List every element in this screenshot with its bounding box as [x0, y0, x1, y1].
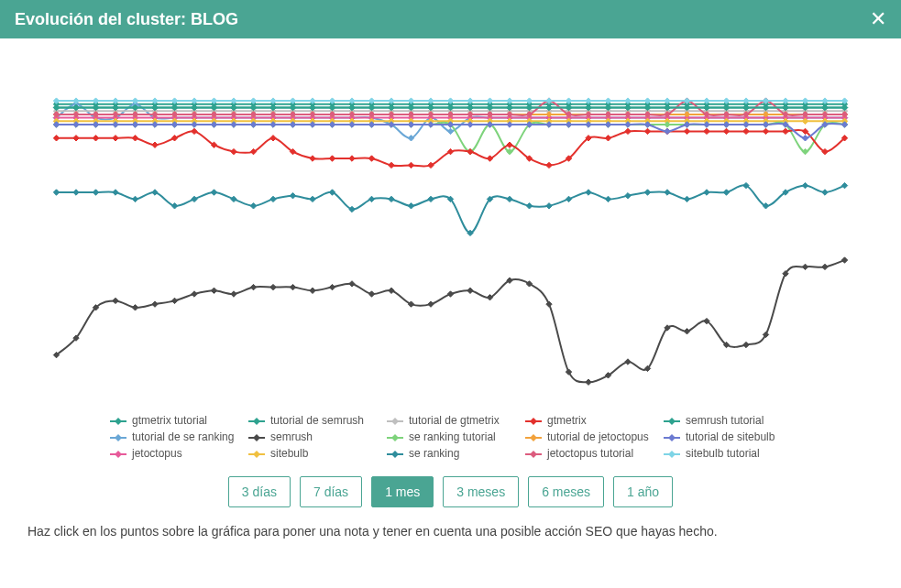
legend-item[interactable]: sitebulb	[248, 447, 376, 460]
series-point[interactable]	[132, 136, 137, 141]
series-point[interactable]	[487, 295, 492, 300]
series-point[interactable]	[250, 203, 256, 209]
series-point[interactable]	[802, 136, 808, 141]
series-point[interactable]	[211, 190, 216, 195]
legend-item[interactable]: se ranking	[387, 447, 514, 460]
series-point[interactable]	[743, 342, 749, 347]
series-point[interactable]	[408, 301, 413, 307]
series-point[interactable]	[113, 298, 118, 303]
series-point[interactable]	[152, 301, 158, 307]
series-point[interactable]	[822, 264, 828, 269]
series-point[interactable]	[487, 156, 492, 161]
series-point[interactable]	[428, 196, 434, 201]
series-point[interactable]	[329, 284, 335, 289]
close-button[interactable]: ✕	[870, 9, 886, 29]
series-point[interactable]	[132, 305, 137, 310]
series-point[interactable]	[152, 142, 158, 147]
series-point[interactable]	[408, 162, 413, 168]
range-button[interactable]: 1 año	[613, 476, 673, 507]
legend-item[interactable]: sitebulb tutorial	[664, 447, 791, 460]
series-point[interactable]	[586, 379, 591, 385]
series-point[interactable]	[783, 128, 788, 134]
series-point[interactable]	[644, 128, 650, 134]
series-point[interactable]	[743, 128, 749, 134]
series-point[interactable]	[704, 128, 709, 134]
series-point[interactable]	[53, 136, 59, 141]
legend-item[interactable]: semrush tutorial	[664, 414, 791, 427]
series-point[interactable]	[723, 190, 729, 195]
series-point[interactable]	[349, 281, 355, 287]
series-point[interactable]	[507, 142, 512, 147]
series-point[interactable]	[822, 148, 828, 154]
legend-item[interactable]: se ranking tutorial	[387, 430, 514, 443]
series-point[interactable]	[171, 136, 177, 141]
series-point[interactable]	[763, 128, 768, 134]
series-point[interactable]	[644, 190, 650, 195]
series-point[interactable]	[665, 128, 670, 134]
series-point[interactable]	[389, 162, 394, 168]
legend-item[interactable]: tutorial de gtmetrix	[387, 414, 514, 427]
series-point[interactable]	[822, 190, 828, 195]
series-point[interactable]	[467, 288, 473, 293]
series-point[interactable]	[368, 156, 374, 161]
series-point[interactable]	[310, 156, 315, 161]
series-point[interactable]	[113, 190, 118, 195]
series-point[interactable]	[73, 190, 79, 195]
legend-item[interactable]: tutorial de sitebulb	[664, 430, 791, 443]
series-point[interactable]	[802, 182, 808, 188]
series-point[interactable]	[665, 190, 670, 195]
range-button[interactable]: 1 mes	[371, 476, 434, 507]
series-point[interactable]	[270, 136, 276, 141]
series-point[interactable]	[171, 203, 177, 209]
series-point[interactable]	[270, 196, 276, 201]
series-point[interactable]	[349, 156, 355, 161]
series-point[interactable]	[192, 128, 197, 134]
series-point[interactable]	[152, 190, 158, 195]
series-point[interactable]	[625, 128, 631, 134]
series-point[interactable]	[211, 288, 216, 293]
series-point[interactable]	[447, 291, 453, 297]
series-point[interactable]	[408, 203, 413, 209]
series-point[interactable]	[841, 257, 847, 263]
series-point[interactable]	[605, 196, 610, 201]
series-point[interactable]	[447, 148, 453, 154]
series-point[interactable]	[349, 206, 355, 212]
series-point[interactable]	[192, 291, 197, 297]
legend-item[interactable]: gtmetrix	[525, 414, 653, 427]
series-point[interactable]	[389, 288, 394, 293]
series-point[interactable]	[428, 162, 434, 168]
series-point[interactable]	[132, 196, 137, 201]
series-point[interactable]	[802, 264, 808, 269]
series-point[interactable]	[566, 196, 571, 201]
series-point[interactable]	[290, 284, 295, 289]
series-point[interactable]	[546, 162, 552, 168]
range-button[interactable]: 3 días	[228, 476, 291, 507]
legend-item[interactable]: tutorial de se ranking	[110, 430, 237, 443]
series-point[interactable]	[93, 136, 98, 141]
series-point[interactable]	[389, 196, 394, 201]
series-point[interactable]	[447, 128, 453, 134]
series-point[interactable]	[841, 182, 847, 188]
range-button[interactable]: 3 meses	[443, 476, 519, 507]
legend-item[interactable]: jetoctopus tutorial	[525, 447, 653, 460]
series-point[interactable]	[546, 301, 552, 307]
series-point[interactable]	[93, 190, 98, 195]
series-point[interactable]	[625, 193, 631, 199]
series-point[interactable]	[73, 136, 79, 141]
series-point[interactable]	[684, 128, 689, 134]
series-point[interactable]	[802, 148, 808, 154]
series-point[interactable]	[526, 203, 532, 209]
series-point[interactable]	[428, 301, 434, 307]
series-point[interactable]	[684, 329, 689, 334]
series-point[interactable]	[192, 196, 197, 201]
series-point[interactable]	[310, 196, 315, 201]
range-button[interactable]: 6 meses	[528, 476, 604, 507]
series-point[interactable]	[231, 291, 236, 297]
series-point[interactable]	[310, 288, 315, 293]
legend-item[interactable]: tutorial de jetoctopus	[525, 430, 653, 443]
series-point[interactable]	[250, 284, 256, 289]
legend-item[interactable]: semrush	[248, 430, 376, 443]
legend-item[interactable]: jetoctopus	[110, 447, 237, 460]
series-point[interactable]	[231, 148, 236, 154]
series-point[interactable]	[368, 196, 374, 201]
